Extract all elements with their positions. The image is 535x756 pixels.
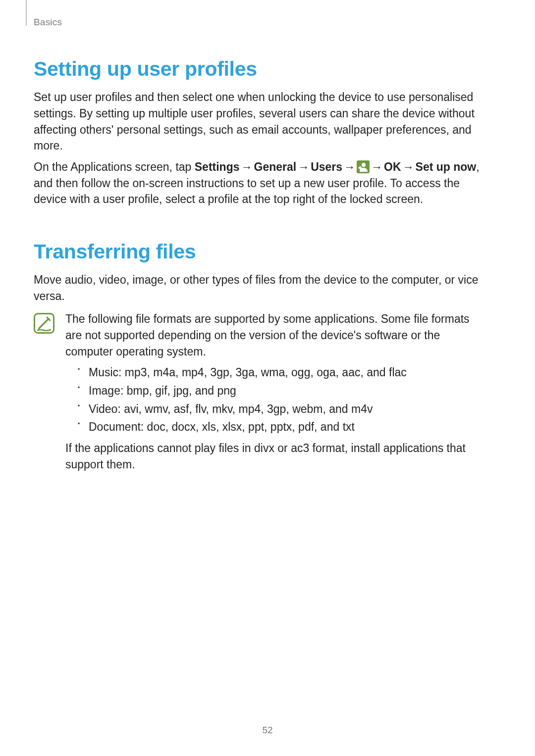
header-section-label: Basics [34,16,62,29]
notebook-note-icon [34,313,54,334]
paragraph-user-profiles-path: On the Applications screen, tap Settings… [34,159,485,207]
arrow-icon: → [370,159,384,175]
note-block: The following file formats are supported… [34,311,485,477]
path-users: Users [311,160,342,173]
paragraph-transferring-intro: Move audio, video, image, or other types… [34,272,485,304]
arrow-icon: → [342,159,357,175]
page-content: Setting up user profiles Set up user pro… [34,14,485,477]
document-page: Basics Setting up user profiles Set up u… [0,0,535,756]
arrow-icon: → [401,159,416,175]
list-item: Video: avi, wmv, asf, flv, mkv, mp4, 3gp… [78,401,485,417]
path-general: General [254,160,297,173]
path-settings: Settings [195,160,240,173]
heading-user-profiles: Setting up user profiles [34,54,485,83]
list-item: Image: bmp, gif, jpg, and png [78,383,485,399]
page-number: 52 [0,724,535,737]
note-body: The following file formats are supported… [65,311,485,477]
note-outro-text: If the applications cannot play files in… [65,440,485,472]
svg-point-1 [362,163,366,167]
header-rule [26,0,27,26]
path-setup-now: Set up now [416,160,477,173]
heading-transferring-files: Transferring files [34,237,485,266]
paragraph-user-profiles-intro: Set up user profiles and then select one… [34,89,485,154]
svg-rect-3 [360,166,361,170]
arrow-icon: → [240,159,254,175]
arrow-icon: → [296,159,311,175]
path-ok: OK [384,160,401,173]
list-item: Music: mp3, m4a, mp4, 3gp, 3ga, wma, ogg… [78,364,485,381]
supported-formats-list: Music: mp3, m4a, mp4, 3gp, 3ga, wma, ogg… [65,364,485,435]
note-intro-text: The following file formats are supported… [65,311,485,359]
text-pre: On the Applications screen, tap [34,160,195,173]
list-item: Document: doc, docx, xls, xlsx, ppt, ppt… [78,419,485,435]
add-user-icon [357,160,370,173]
